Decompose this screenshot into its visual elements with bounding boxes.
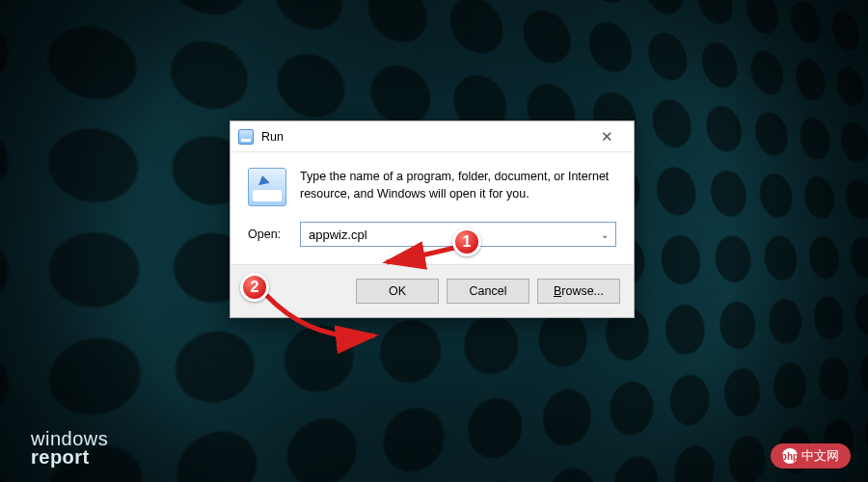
titlebar[interactable]: Run ✕ (231, 121, 634, 152)
open-input[interactable] (301, 223, 594, 246)
annotation-badge-1: 1 (452, 228, 481, 256)
button-bar: OK Cancel Browse... (231, 264, 634, 317)
open-row: Open: ⌄ (248, 222, 616, 247)
dialog-content: Type the name of a program, folder, docu… (231, 152, 634, 264)
description-text: Type the name of a program, folder, docu… (300, 168, 616, 206)
close-button[interactable]: ✕ (587, 125, 626, 148)
browse-button[interactable]: Browse... (537, 279, 620, 304)
watermark-windowsreport: windows report (31, 430, 108, 467)
watermark-right-text: 中文网 (801, 447, 839, 465)
open-label: Open: (248, 228, 288, 241)
run-program-icon (248, 168, 286, 206)
watermark-php: php 中文网 (771, 443, 851, 469)
run-dialog: Run ✕ Type the name of a program, folder… (230, 120, 635, 318)
window-title: Run (261, 130, 587, 144)
chevron-down-icon[interactable]: ⌄ (594, 229, 615, 240)
annotation-badge-2: 2 (240, 273, 269, 302)
php-logo-icon: php (782, 448, 798, 464)
run-icon (238, 129, 254, 145)
cancel-button[interactable]: Cancel (447, 279, 529, 304)
ok-button[interactable]: OK (356, 279, 439, 304)
description-row: Type the name of a program, folder, docu… (248, 168, 616, 206)
close-icon: ✕ (601, 128, 613, 146)
